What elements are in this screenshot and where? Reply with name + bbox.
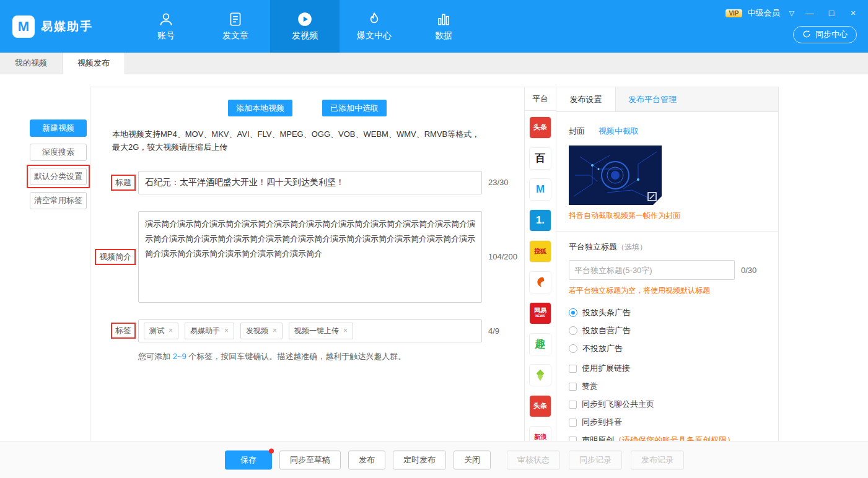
- app-header: M 易媒助手 账号 发文章 发视频: [0, 0, 868, 53]
- tags-label: 标签: [111, 323, 136, 339]
- minimize-button[interactable]: —: [804, 8, 816, 18]
- review-status-button[interactable]: 审核状态: [507, 450, 560, 469]
- checkbox-extended-link[interactable]: 使用扩展链接: [569, 363, 766, 374]
- publish-settings-panel: 发布设置 发布平台管理 封面 视频中截取: [556, 87, 778, 441]
- sync-to-draft-button[interactable]: 同步至草稿: [279, 450, 341, 469]
- radio-toutiao-ad[interactable]: 投放头条广告: [569, 307, 766, 318]
- kandian-platform-icon[interactable]: [530, 272, 551, 293]
- independent-title-note: 若平台独立标题为空，将使用视频默认标题: [569, 285, 766, 296]
- toutiao-video-platform-icon[interactable]: 头条: [530, 396, 551, 417]
- tag-remove-icon[interactable]: ×: [169, 326, 173, 335]
- member-dropdown-icon[interactable]: ▽: [789, 9, 794, 17]
- nav-label: 发视频: [292, 30, 318, 41]
- tag-remove-icon[interactable]: ×: [224, 326, 229, 335]
- annotation-highlight-box: 默认分类设置: [27, 165, 90, 188]
- scheduled-publish-button[interactable]: 定时发布: [393, 450, 446, 469]
- nav-item-data[interactable]: 数据: [409, 0, 478, 53]
- sohu-platform-icon[interactable]: 搜狐: [530, 241, 551, 262]
- checkbox-sync-douyin[interactable]: 同步到抖音: [569, 417, 766, 428]
- close-button[interactable]: ×: [847, 8, 859, 18]
- member-level-label: 中级会员: [748, 7, 780, 19]
- sina-platform-icon[interactable]: 新浪: [530, 427, 551, 441]
- nav-item-publish-article[interactable]: 发文章: [201, 0, 270, 53]
- format-hint-text: 本地视频支持MP4、MOV、MKV、AVI、FLV、MPEG、OGG、VOB、W…: [112, 128, 481, 154]
- checkbox-reward[interactable]: 赞赏: [569, 381, 766, 392]
- tag-chip[interactable]: 测试 ×: [144, 323, 178, 339]
- tag-chip[interactable]: 视频一键上传 ×: [289, 323, 353, 339]
- checkbox-icon: [569, 383, 577, 391]
- select-from-added-button[interactable]: 已添加中选取: [322, 100, 387, 116]
- checkbox-icon: [569, 419, 577, 427]
- toutiao-platform-icon[interactable]: 头条: [530, 117, 551, 138]
- footer-bar: 保存 同步至草稿 发布 定时发布 关闭 审核状态 同步记录 发布记录: [0, 441, 868, 478]
- iqiyi-platform-icon[interactable]: [530, 365, 551, 386]
- capture-from-video-link[interactable]: 视频中截取: [598, 126, 639, 137]
- nav-item-account[interactable]: 账号: [131, 0, 201, 53]
- radio-icon: [569, 308, 577, 317]
- settings-tabs: 发布设置 发布平台管理: [556, 87, 778, 112]
- new-video-button[interactable]: 新建视频: [30, 120, 87, 137]
- radio-self-ad[interactable]: 投放自营广告: [569, 325, 766, 336]
- title-input[interactable]: [138, 171, 482, 194]
- sync-center-button[interactable]: 同步中心: [793, 26, 857, 43]
- tag-remove-icon[interactable]: ×: [273, 326, 277, 335]
- refresh-icon: [802, 30, 811, 40]
- tags-counter: 4/9: [488, 326, 499, 336]
- tab-video-publish[interactable]: 视频发布: [63, 53, 125, 74]
- tags-hint-text: 您可添加 2~9 个标签，按回车键确认。描述越准确，越利于触达兴趣人群。: [138, 351, 524, 362]
- independent-title-label: 平台独立标题（选填）: [569, 232, 766, 253]
- checkbox-icon: [569, 401, 577, 409]
- tags-hint-pre: 您可添加: [138, 352, 173, 361]
- checkbox-declare-original[interactable]: 声明原创（请确保您的账号具备原创权限）: [569, 435, 766, 441]
- tag-remove-icon[interactable]: ×: [343, 326, 348, 335]
- deep-search-button[interactable]: 深度搜索: [30, 144, 87, 161]
- publish-button[interactable]: 发布: [348, 450, 385, 469]
- ad-options-group: 投放头条广告 投放自营广告 不投放广告: [569, 307, 766, 354]
- tags-hint-range: 2~9: [173, 352, 186, 361]
- publish-record-button[interactable]: 发布记录: [631, 450, 684, 469]
- tab-publish-settings[interactable]: 发布设置: [556, 87, 616, 111]
- sync-center-label: 同步中心: [815, 29, 848, 40]
- tags-hint-post: 个标签，按回车键确认。描述越准确，越利于触达兴趣人群。: [186, 352, 406, 361]
- nav-label: 账号: [157, 30, 175, 41]
- add-local-video-button[interactable]: 添加本地视频: [228, 100, 292, 116]
- qutoutiao-platform-icon[interactable]: 趣: [530, 334, 551, 355]
- tab-my-videos[interactable]: 我的视频: [0, 53, 63, 74]
- save-button[interactable]: 保存: [225, 450, 272, 469]
- description-textarea[interactable]: 演示简介演示简介演示简介演示简介演示简介演示简介演示简介演示简介演示简介演示简介…: [138, 211, 482, 303]
- independent-title-input[interactable]: [569, 260, 735, 280]
- clear-common-tags-button[interactable]: 清空常用标签: [30, 192, 87, 209]
- save-label: 保存: [240, 454, 256, 466]
- radio-no-ad[interactable]: 不投放广告: [569, 343, 766, 354]
- nav-item-publish-video[interactable]: 发视频: [270, 0, 340, 53]
- maximize-button[interactable]: □: [825, 8, 838, 18]
- nav-item-hot-center[interactable]: 爆文中心: [340, 0, 409, 53]
- sync-record-button[interactable]: 同步记录: [569, 450, 622, 469]
- dayu-platform-icon[interactable]: M: [530, 179, 551, 200]
- radio-icon: [569, 326, 577, 335]
- main-nav: 账号 发文章 发视频 爆文中心: [131, 0, 478, 53]
- tag-chip[interactable]: 发视频 ×: [240, 323, 283, 339]
- tag-chip[interactable]: 易媒助手 ×: [185, 323, 234, 339]
- cover-thumbnail[interactable]: [569, 146, 662, 205]
- yidian-platform-icon[interactable]: 1.: [530, 210, 551, 231]
- tags-input-box[interactable]: 测试 × 易媒助手 × 发视频 × 视频一键上传: [138, 319, 482, 342]
- close-form-button[interactable]: 关闭: [454, 450, 491, 469]
- checkbox-sync-feiliao[interactable]: 同步到飞聊公共主页: [569, 399, 766, 410]
- platform-list: 头条 百 M 1. 搜狐 网易NEWS 趣 头条 新浪: [525, 111, 556, 441]
- tag-text: 易媒助手: [190, 326, 220, 336]
- platform-column: 平台 头条 百 M 1. 搜狐 网易NEWS 趣 头条 新浪: [524, 87, 556, 441]
- netease-platform-icon[interactable]: 网易NEWS: [530, 303, 551, 324]
- radio-label: 投放自营广告: [582, 325, 631, 336]
- checkbox-label: 赞赏: [582, 381, 598, 392]
- unsaved-indicator-dot: [269, 448, 274, 453]
- checkbox-icon: [569, 365, 577, 373]
- default-category-button[interactable]: 默认分类设置: [30, 168, 87, 185]
- tab-platform-manage[interactable]: 发布平台管理: [628, 94, 677, 105]
- independent-title-label-main: 平台独立标题: [569, 242, 617, 251]
- independent-title-counter: 0/30: [741, 266, 756, 275]
- baijia-platform-icon[interactable]: 百: [530, 148, 551, 169]
- cover-label: 封面: [569, 126, 585, 137]
- tags-row: 标签 测试 × 易媒助手 × 发视频 ×: [90, 319, 524, 342]
- checkbox-label: 声明原创（请确保您的账号具备原创权限）: [582, 435, 735, 441]
